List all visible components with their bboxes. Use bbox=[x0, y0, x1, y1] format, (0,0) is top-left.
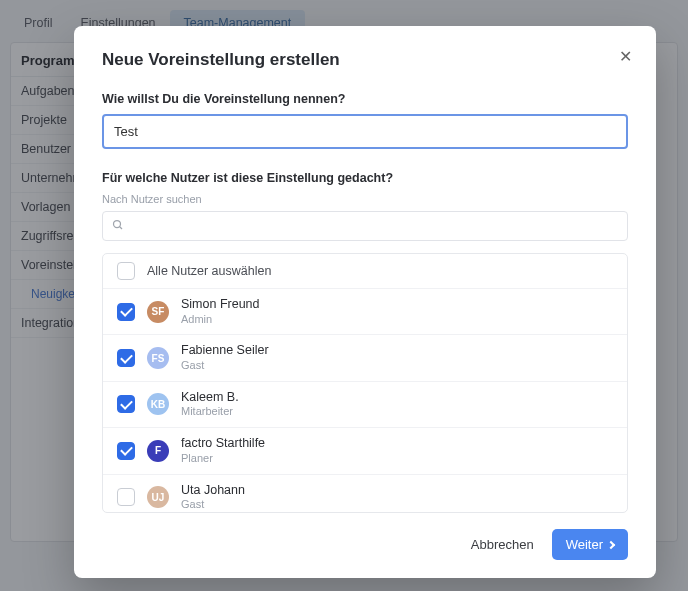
cancel-button[interactable]: Abbrechen bbox=[471, 537, 534, 552]
user-row[interactable]: FSFabienne SeilerGast bbox=[103, 335, 627, 381]
user-role: Gast bbox=[181, 359, 269, 373]
user-checkbox[interactable] bbox=[117, 488, 135, 506]
create-preset-modal: Neue Voreinstellung erstellen ✕ Wie will… bbox=[74, 26, 656, 578]
user-info: Fabienne SeilerGast bbox=[181, 343, 269, 372]
preset-name-input[interactable] bbox=[102, 114, 628, 149]
avatar: F bbox=[147, 440, 169, 462]
user-info: Kaleem B.Mitarbeiter bbox=[181, 390, 239, 419]
select-all-checkbox[interactable] bbox=[117, 262, 135, 280]
user-role: Mitarbeiter bbox=[181, 405, 239, 419]
next-button[interactable]: Weiter bbox=[552, 529, 628, 560]
avatar: KB bbox=[147, 393, 169, 415]
svg-line-1 bbox=[120, 227, 123, 230]
user-row[interactable]: UJUta JohannGast bbox=[103, 475, 627, 514]
user-role: Admin bbox=[181, 313, 260, 327]
users-label: Für welche Nutzer ist diese Einstellung … bbox=[102, 171, 628, 185]
user-role: Planer bbox=[181, 452, 265, 466]
chevron-right-icon bbox=[607, 540, 615, 548]
next-button-label: Weiter bbox=[566, 537, 603, 552]
preset-name-label: Wie willst Du die Voreinstellung nennen? bbox=[102, 92, 628, 106]
user-name: Simon Freund bbox=[181, 297, 260, 313]
avatar: UJ bbox=[147, 486, 169, 508]
user-info: factro StarthilfePlaner bbox=[181, 436, 265, 465]
user-checkbox[interactable] bbox=[117, 442, 135, 460]
select-all-label: Alle Nutzer auswählen bbox=[147, 264, 271, 278]
select-all-row[interactable]: Alle Nutzer auswählen bbox=[103, 254, 627, 289]
svg-point-0 bbox=[114, 221, 121, 228]
user-role: Gast bbox=[181, 498, 245, 512]
user-name: Kaleem B. bbox=[181, 390, 239, 406]
user-list: Alle Nutzer auswählen SFSimon FreundAdmi… bbox=[102, 253, 628, 513]
user-checkbox[interactable] bbox=[117, 349, 135, 367]
user-info: Simon FreundAdmin bbox=[181, 297, 260, 326]
user-info: Uta JohannGast bbox=[181, 483, 245, 512]
user-search-input[interactable] bbox=[102, 211, 628, 241]
avatar: SF bbox=[147, 301, 169, 323]
avatar: FS bbox=[147, 347, 169, 369]
user-name: Uta Johann bbox=[181, 483, 245, 499]
user-row[interactable]: SFSimon FreundAdmin bbox=[103, 289, 627, 335]
close-button[interactable]: ✕ bbox=[616, 48, 634, 66]
search-sublabel: Nach Nutzer suchen bbox=[102, 193, 628, 205]
user-row[interactable]: KBKaleem B.Mitarbeiter bbox=[103, 382, 627, 428]
modal-title: Neue Voreinstellung erstellen bbox=[102, 50, 628, 70]
user-checkbox[interactable] bbox=[117, 303, 135, 321]
close-icon: ✕ bbox=[619, 48, 632, 65]
user-name: Fabienne Seiler bbox=[181, 343, 269, 359]
search-icon bbox=[112, 219, 124, 233]
user-row[interactable]: Ffactro StarthilfePlaner bbox=[103, 428, 627, 474]
user-name: factro Starthilfe bbox=[181, 436, 265, 452]
user-checkbox[interactable] bbox=[117, 395, 135, 413]
